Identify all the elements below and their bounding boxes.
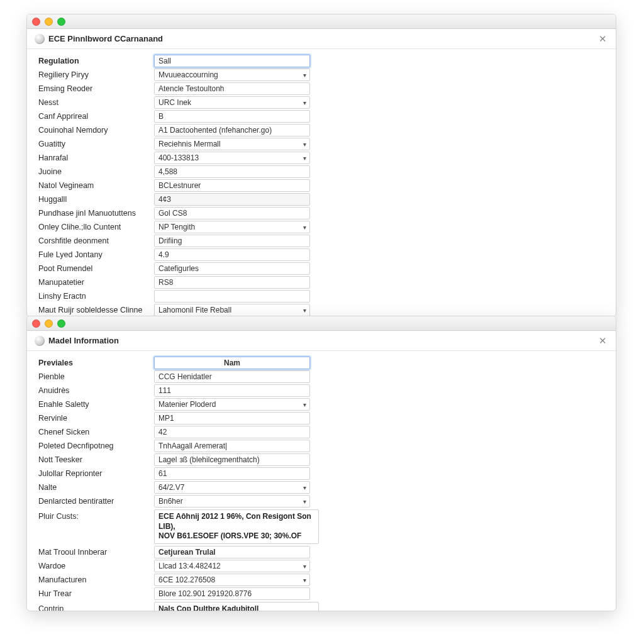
- field-value: Gol CS8: [158, 209, 187, 218]
- field-value: 61: [158, 469, 167, 478]
- text-field[interactable]: MP1: [154, 412, 310, 425]
- select-field[interactable]: Reciehnis Mermall: [154, 138, 310, 150]
- form-row: ManupatetierRS8: [27, 275, 616, 289]
- field-wrap: 4¢3: [154, 193, 310, 206]
- window-model: Madel Information ✕ PrevialesNamPienbleC…: [26, 316, 616, 611]
- text-field[interactable]: CCG Henidatler: [154, 370, 310, 383]
- field-value: Matenier Ploderd: [158, 400, 216, 409]
- field-label: Corshfitle deonment: [38, 236, 154, 245]
- form-row: Fule Lyed Jontany4.9: [27, 248, 616, 262]
- select-field[interactable]: URC Inek: [154, 96, 310, 109]
- text-field[interactable]: TnhAagall Aremerat|: [154, 440, 310, 452]
- field-wrap: Atencle Testoultonh: [154, 82, 310, 95]
- field-label: Manufacturen: [38, 575, 154, 584]
- form-row: Emsing ReoderAtencle Testoultonh: [27, 82, 616, 96]
- text-field[interactable]: Cetjurean Trulal: [154, 546, 310, 558]
- field-label: Anuidrès: [38, 386, 154, 395]
- select-field[interactable]: NP Tengith: [154, 221, 310, 233]
- field-wrap: Catefigurles: [154, 262, 310, 275]
- text-field[interactable]: 42: [154, 426, 310, 438]
- text-field[interactable]: A1 Dactoohented (nfehancher.go): [154, 124, 310, 136]
- panel-header: Madel Information ✕: [27, 331, 616, 351]
- multiline-field[interactable]: ECE Aôhnij 2012 1 96%, Con Resigont Son …: [154, 509, 319, 544]
- close-icon[interactable]: ✕: [596, 335, 609, 347]
- field-label: Juoine: [38, 167, 154, 176]
- text-field[interactable]: 61: [154, 467, 310, 480]
- select-field[interactable]: 64/2.V7: [154, 481, 310, 494]
- field-wrap: Nam: [154, 357, 310, 369]
- field-label: Rervinle: [38, 414, 154, 423]
- field-label: Regiliery Piryy: [38, 70, 154, 79]
- form-row: Couinohal NemdoryA1 Dactoohented (nfehan…: [27, 123, 616, 137]
- form-row: Pundhase jinI ManuotuttensGol CS8: [27, 206, 616, 220]
- field-value: Catefigurles: [158, 264, 199, 273]
- text-field[interactable]: Drifiing: [154, 235, 310, 247]
- field-label: Chenef Sicken: [38, 428, 154, 436]
- text-field[interactable]: RS8: [154, 276, 310, 289]
- text-field[interactable]: Catefigurles: [154, 262, 310, 275]
- minimize-dot-icon[interactable]: [45, 319, 53, 328]
- field-wrap: B: [154, 110, 310, 123]
- form-row: GuatittyReciehnis Mermall▾: [27, 137, 616, 151]
- field-value: RS8: [158, 278, 173, 287]
- minimize-dot-icon[interactable]: [45, 18, 53, 26]
- field-value: Reciehnis Mermall: [158, 140, 221, 148]
- zoom-dot-icon[interactable]: [57, 319, 65, 328]
- zoom-dot-icon[interactable]: [57, 18, 65, 26]
- form-row: Onley Clihe.;llo CuntentNP Tengith▾: [27, 220, 616, 234]
- form-row: Manufacturen6CE 102.276508▾: [27, 573, 616, 587]
- text-field[interactable]: 4,588: [154, 165, 310, 178]
- close-dot-icon[interactable]: [32, 18, 40, 26]
- field-value: Atencle Testoultonh: [158, 84, 225, 93]
- field-label: Pienble: [38, 372, 154, 381]
- select-field[interactable]: 6CE 102.276508: [154, 574, 310, 586]
- field-wrap: Reciehnis Mermall▾: [154, 138, 310, 150]
- field-value: 4¢3: [158, 195, 171, 204]
- text-field[interactable]: 4¢3: [154, 193, 310, 206]
- text-field[interactable]: Sall: [154, 55, 310, 67]
- form-area-b: PrevialesNamPienbleCCG HenidatlerAnuidrè…: [27, 351, 616, 611]
- text-field[interactable]: Gol CS8: [154, 207, 310, 219]
- panel-title: Madel Information: [48, 336, 119, 345]
- titlebar[interactable]: [27, 14, 616, 29]
- field-wrap: NP Tengith▾: [154, 221, 310, 233]
- form-row: Huggalll4¢3: [27, 192, 616, 206]
- text-field[interactable]: Lagel ɜß (blehilcegmenthatch): [154, 453, 310, 466]
- field-value: 400-133813: [158, 153, 199, 162]
- field-value: 6CE 102.276508: [158, 575, 215, 584]
- text-field[interactable]: [154, 290, 310, 303]
- field-label: Couinohal Nemdory: [38, 126, 154, 135]
- field-wrap: 111: [154, 384, 310, 397]
- text-field[interactable]: 4.9: [154, 248, 310, 261]
- field-wrap: CCG Henidatler: [154, 370, 310, 383]
- field-value: 4.9: [158, 250, 169, 259]
- field-value: Blore 102.901 291920.8776: [158, 589, 252, 598]
- select-field[interactable]: 400-133813: [154, 152, 310, 164]
- field-label: Poot Rumendel: [38, 264, 154, 273]
- field-wrap: Llcad 13:4.482412▾: [154, 560, 310, 572]
- field-value: URC Inek: [158, 98, 191, 107]
- field-wrap: BCLestnurer: [154, 179, 310, 192]
- text-field[interactable]: Atencle Testoultonh: [154, 82, 310, 95]
- close-icon[interactable]: ✕: [596, 33, 609, 45]
- text-field[interactable]: Blore 102.901 291920.8776: [154, 587, 310, 600]
- text-field[interactable]: BCLestnurer: [154, 179, 310, 192]
- select-field[interactable]: Llcad 13:4.482412: [154, 560, 310, 572]
- field-wrap: RS8: [154, 276, 310, 289]
- select-field[interactable]: Matenier Ploderd: [154, 398, 310, 411]
- close-dot-icon[interactable]: [32, 319, 40, 328]
- select-field[interactable]: Mvuueaccourning: [154, 69, 310, 81]
- titlebar[interactable]: [27, 316, 616, 331]
- field-value: Lagel ɜß (blehilcegmenthatch): [158, 455, 260, 464]
- select-field[interactable]: Lahomonil Fite Reball: [154, 304, 310, 316]
- select-field[interactable]: Bn6her: [154, 495, 310, 508]
- field-label: Fule Lyed Jontany: [38, 250, 154, 259]
- field-label: Julollar Reprionter: [38, 469, 154, 478]
- form-row: Chenef Sicken42: [27, 425, 616, 439]
- field-wrap: Lahomonil Fite Reball▾: [154, 304, 310, 316]
- field-wrap: 42: [154, 426, 310, 438]
- text-field[interactable]: B: [154, 110, 310, 123]
- multiline-field[interactable]: Nals Cop Dultbre KadubitollRationulor Te…: [154, 602, 319, 611]
- text-field[interactable]: 111: [154, 384, 310, 397]
- form-row: Linshy Eractn: [27, 289, 616, 303]
